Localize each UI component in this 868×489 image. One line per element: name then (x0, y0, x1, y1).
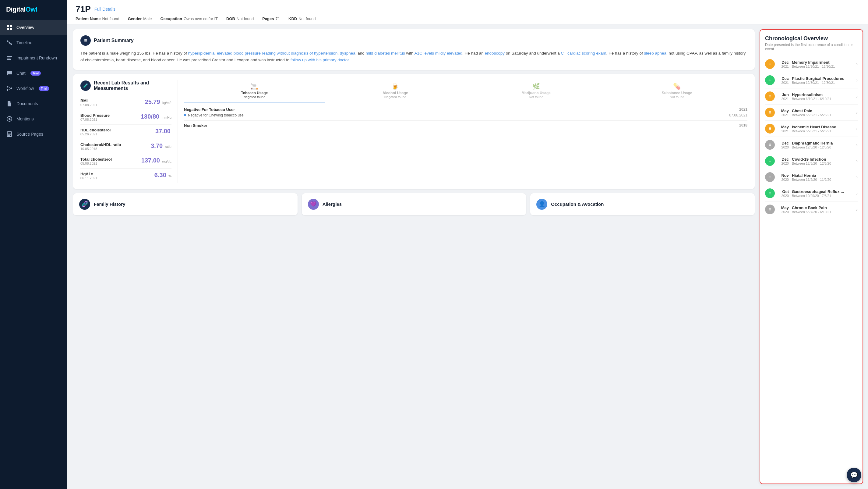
meta-occupation: Occupation Owns own co for IT (160, 17, 218, 21)
tl-range-covid: Between 12/5/20 - 12/5/20 (792, 162, 853, 165)
sidebar-item-mentions[interactable]: Mentions (0, 112, 67, 126)
tl-item-diaphragm[interactable]: ≡ Dec 2020 Diaphragmatic Hernia Between … (765, 137, 858, 153)
sidebar-item-timeline[interactable]: Timeline (0, 35, 67, 50)
tl-item-plastic[interactable]: + Dec 2021 Plastic Surgical Procedures B… (765, 72, 858, 88)
tobacco-label: Tobacco Usage (185, 91, 324, 95)
tl-dot-plastic: + (765, 75, 775, 85)
tl-year-back: 2020 (778, 210, 789, 214)
tl-name-hyper: Hyperinsulinism (792, 92, 853, 97)
tab-marijuana[interactable]: 🌿 Marijuana Usage Not found (466, 80, 607, 103)
tl-info-chest: Chest Pain Between 5/26/21 - 5/26/21 (792, 109, 853, 117)
meta-value-name: Not found (102, 17, 119, 21)
lab-unit-cholesterol: mg/dL (162, 160, 172, 163)
link-bp[interactable]: elevated blood pressure reading without … (217, 51, 337, 56)
impairment-icon (6, 55, 13, 61)
lab-name-bmi: BMI (81, 98, 97, 103)
sidebar-item-workflow[interactable]: Workflow Trial (0, 81, 67, 96)
tab-alcohol[interactable]: 🍺 Alcohol Usage Negated found (325, 80, 466, 103)
lab-icon: 🧪 (81, 81, 91, 91)
tl-range-gastro: Between 10/29/20 - 7/8/21 (792, 194, 853, 198)
sidebar-item-chat[interactable]: Chat Trial (0, 66, 67, 81)
meta-value-occupation: Owns own co for IT (184, 17, 218, 21)
tl-item-back[interactable]: ≡ May 2020 Chronic Back Pain Between 5/2… (765, 202, 858, 218)
lab-item-bmi: BMI 07.08.2021 25.79 kg/m2 (81, 95, 172, 110)
sidebar-label-documents: Documents (17, 101, 38, 106)
workflow-icon (6, 85, 13, 92)
link-dyspnea[interactable]: dyspnea (340, 51, 355, 56)
sidebar-item-source[interactable]: Source Pages (0, 127, 67, 141)
lab-value-hdl: 37.00 (155, 128, 170, 135)
source-icon (6, 131, 13, 138)
substance-col: 🚬 Tobacco Usage Negated found 🍺 Alcohol … (178, 80, 747, 183)
tobacco-icon: 🚬 (185, 83, 324, 90)
sidebar-label-mentions: Mentions (17, 116, 34, 121)
tl-item-chest[interactable]: ≡ May 2021 Chest Pain Between 5/26/21 - … (765, 105, 858, 121)
tl-month-chest: May (778, 109, 789, 113)
meta-patient-name: Patient Name Not found (75, 17, 119, 21)
tl-month-hiatal: Nov (778, 173, 789, 178)
lab-item-hdl: HDL cholesterol 05.26.2021 37.00 (81, 125, 172, 139)
occupation-card[interactable]: 👤 Occupation & Avocation (530, 193, 755, 215)
family-history-card[interactable]: 🧬 Family History (73, 193, 298, 215)
svg-rect-3 (10, 28, 12, 30)
tl-dot-back: ≡ (765, 205, 775, 214)
tl-item-ischemic[interactable]: ≡ May 2021 Ischemic Heart Disease Betwee… (765, 121, 858, 137)
family-icon: 🧬 (79, 199, 90, 210)
tl-item-hiatal[interactable]: ≡ Nov 2020 Hiatal Hernia Between 11/2/20… (765, 169, 858, 185)
timeline-icon (6, 39, 13, 46)
tl-info-plastic: Plastic Surgical Procedures Between 12/3… (792, 76, 853, 84)
chevron-covid: › (856, 159, 858, 164)
tl-month-hyper: Jun (778, 92, 789, 97)
lab-title: Recent Lab Results and Measurements (94, 80, 172, 91)
sidebar-item-overview[interactable]: Overview (0, 20, 67, 35)
tl-item-covid[interactable]: ≡ Dec 2020 Covid-19 Infection Between 12… (765, 153, 858, 169)
allergies-card[interactable]: 💜 Allergies (302, 193, 526, 215)
link-hyperlipidemia[interactable]: hyperlipidemia (188, 51, 214, 56)
tl-item-memory[interactable]: ≡ Dec 2021 Memory Impairment Between 12/… (765, 56, 858, 72)
tl-year-diaphragm: 2020 (778, 145, 789, 149)
full-details-link[interactable]: Full Details (94, 7, 116, 11)
chat-fab-button[interactable]: 💬 (847, 468, 861, 482)
meta-value-dob: Not found (237, 17, 254, 21)
link-followup[interactable]: follow up with his primary doctor (290, 58, 349, 62)
tl-name-covid: Covid-19 Infection (792, 157, 853, 162)
chevron-gastro: › (856, 191, 858, 196)
lab-unit-ratio: ratio (165, 145, 172, 148)
lab-date-bp: 07.08.2021 (81, 118, 110, 121)
sidebar-item-impairment[interactable]: Impairment Rundown (0, 51, 67, 65)
header-meta: Patient Name Not found Gender Male Occup… (75, 17, 860, 21)
tl-date-back: May 2020 (778, 205, 789, 214)
marijuana-status: Not found (467, 95, 606, 99)
tl-info-hyper: Hyperinsulinism Between 6/10/21 - 6/10/2… (792, 92, 853, 100)
tl-range-ischemic: Between 5/26/21 - 5/26/21 (792, 129, 853, 133)
link-sleep-apnea[interactable]: sleep apnea (644, 51, 666, 56)
tobacco-sub-text-1: Negative for Chewing tobacco use (188, 113, 244, 117)
tl-year-chest: 2021 (778, 113, 789, 117)
meta-label-dob: DOB (226, 17, 235, 21)
link-ct[interactable]: CT cardiac scoring exam (561, 51, 607, 56)
tobacco-sub-date-1: 07.08.2021 (729, 113, 747, 117)
tl-name-memory: Memory Impairment (792, 60, 853, 65)
link-a1c[interactable]: A1C levels mildly elevated (414, 51, 462, 56)
svg-rect-14 (11, 87, 12, 89)
link-endoscopy[interactable]: endoscopy (485, 51, 505, 56)
tl-range-diaphragm: Between 12/5/20 - 12/5/20 (792, 145, 853, 149)
lab-value-bmi: 25.79 (145, 98, 160, 105)
tl-year-covid: 2020 (778, 162, 789, 165)
tl-item-hyper[interactable]: ≡ Jun 2021 Hyperinsulinism Between 6/10/… (765, 88, 858, 105)
sidebar-item-documents[interactable]: Documents (0, 96, 67, 111)
svg-rect-9 (7, 56, 12, 57)
lab-value-ratio: 3.70 (151, 142, 163, 149)
tl-info-memory: Memory Impairment Between 12/30/21 - 12/… (792, 60, 853, 68)
tab-substance[interactable]: 💊 Substance Usage Not found (607, 80, 748, 103)
tl-info-gastro: Gastroesophageal Reflux ... Between 10/2… (792, 189, 853, 198)
tl-info-ischemic: Ischemic Heart Disease Between 5/26/21 -… (792, 125, 853, 133)
tab-tobacco[interactable]: 🚬 Tobacco Usage Negated found (184, 80, 325, 103)
lab-unit-bmi: kg/m2 (162, 101, 172, 105)
tobacco-entry-header-2: Non Smoker 2018 (184, 123, 747, 128)
link-diabetes[interactable]: mild diabetes mellitus (366, 51, 405, 56)
lab-header: 🧪 Recent Lab Results and Measurements (81, 80, 172, 91)
lab-value-cholesterol: 137.00 (141, 157, 160, 164)
tl-item-gastro[interactable]: ≡ Oct 2020 Gastroesophageal Reflux ... B… (765, 185, 858, 202)
lab-item-hga1c: HgA1c 06.11.2021 6.30 % (81, 169, 172, 183)
